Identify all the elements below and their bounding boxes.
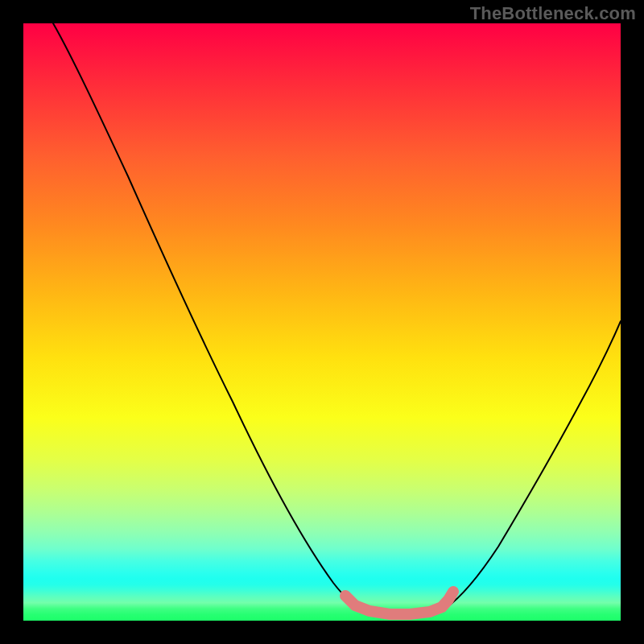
watermark-text: TheBottleneck.com <box>470 3 636 24</box>
plot-area <box>23 23 621 621</box>
chart-frame: TheBottleneck.com <box>0 0 644 644</box>
marker-band-path <box>345 592 453 614</box>
bottleneck-curve-path <box>53 23 621 615</box>
chart-svg <box>23 23 621 621</box>
